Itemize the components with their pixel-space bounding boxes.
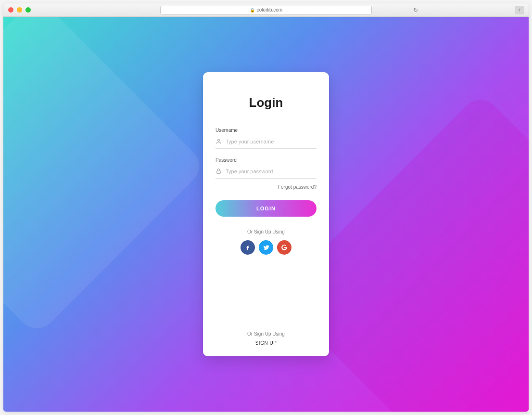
username-field-row <box>215 135 317 149</box>
password-input[interactable] <box>226 169 317 174</box>
browser-window: 🔒 colorlib.com ↻ + Login Username Passwo… <box>3 3 529 412</box>
maximize-window-button[interactable] <box>25 7 31 13</box>
svg-rect-1 <box>217 171 221 173</box>
new-tab-button[interactable]: + <box>515 6 524 14</box>
twitter-button[interactable] <box>259 240 273 255</box>
lock-icon: 🔒 <box>250 8 255 13</box>
signup-link[interactable]: SIGN UP <box>215 340 317 346</box>
username-label: Username <box>215 128 317 133</box>
username-input[interactable] <box>226 139 317 144</box>
google-button[interactable] <box>277 240 291 255</box>
twitter-icon <box>263 244 269 251</box>
svg-point-0 <box>217 139 219 141</box>
reload-button[interactable]: ↻ <box>413 7 418 13</box>
address-bar[interactable]: 🔒 colorlib.com <box>160 6 372 14</box>
password-label: Password <box>215 157 317 163</box>
address-bar-domain: colorlib.com <box>257 7 282 13</box>
window-controls <box>8 7 31 13</box>
or-signup-bottom-text: Or Sign Up Using <box>215 331 317 337</box>
forgot-password-link[interactable]: Forgot password? <box>215 184 317 190</box>
user-icon <box>215 138 222 144</box>
browser-chrome: 🔒 colorlib.com ↻ + <box>3 3 529 17</box>
password-field-row <box>215 165 317 179</box>
or-signup-social-text: Or Sign Up Using <box>215 229 317 234</box>
page-content: Login Username Password Forgot password?… <box>3 17 529 412</box>
login-card: Login Username Password Forgot password?… <box>203 72 329 356</box>
login-title: Login <box>215 95 317 110</box>
facebook-icon <box>244 244 251 251</box>
lock-icon <box>215 168 222 174</box>
login-button[interactable]: LOGIN <box>215 200 317 217</box>
social-buttons <box>215 240 317 255</box>
minimize-window-button[interactable] <box>17 7 22 13</box>
google-icon <box>281 244 288 251</box>
close-window-button[interactable] <box>8 7 13 13</box>
facebook-button[interactable] <box>241 240 255 255</box>
